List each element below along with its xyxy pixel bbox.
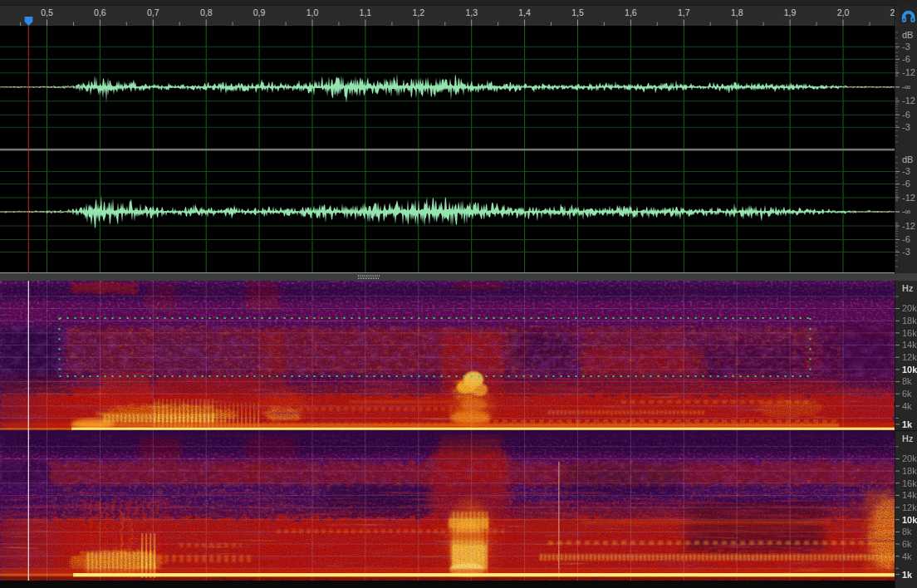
svg-text:14k: 14k (902, 490, 917, 500)
svg-text:0,6: 0,6 (94, 7, 106, 17)
svg-text:-12: -12 (902, 96, 915, 105)
svg-text:-∞: -∞ (902, 207, 910, 216)
svg-text:12k: 12k (902, 502, 917, 512)
svg-text:14k: 14k (902, 340, 917, 350)
svg-text:1,9: 1,9 (784, 7, 797, 17)
svg-text:-3: -3 (902, 247, 910, 257)
svg-text:-6: -6 (902, 54, 910, 64)
svg-text:8k: 8k (902, 376, 912, 386)
svg-text:-3: -3 (902, 42, 910, 51)
svg-text:1,0: 1,0 (306, 7, 319, 17)
svg-text:-12: -12 (902, 221, 915, 231)
svg-text:6k: 6k (902, 539, 912, 549)
svg-text:-∞: -∞ (902, 82, 910, 91)
svg-text:-6: -6 (902, 110, 910, 120)
svg-text:-12: -12 (902, 193, 915, 203)
svg-text:0,9: 0,9 (253, 7, 266, 17)
svg-text:-3: -3 (902, 122, 910, 132)
svg-text:8k: 8k (902, 527, 912, 537)
svg-text:1,8: 1,8 (731, 7, 743, 17)
svg-text:1,6: 1,6 (625, 7, 637, 17)
svg-text:16k: 16k (902, 478, 917, 488)
svg-text:1k: 1k (902, 419, 913, 429)
svg-text:0,7: 0,7 (147, 7, 159, 17)
svg-text:1k: 1k (902, 570, 913, 580)
svg-text:4k: 4k (902, 551, 912, 561)
svg-text:20k: 20k (902, 453, 917, 463)
svg-text:1,4: 1,4 (518, 7, 531, 17)
svg-text:dB: dB (902, 30, 913, 40)
svg-text:-6: -6 (902, 234, 910, 244)
svg-text:20k: 20k (902, 303, 917, 313)
svg-text:1,2: 1,2 (412, 7, 424, 17)
svg-text:0,5: 0,5 (41, 7, 53, 17)
svg-text:10k: 10k (902, 515, 917, 525)
svg-text:1,1: 1,1 (360, 7, 372, 17)
svg-text:1,3: 1,3 (465, 7, 478, 17)
svg-text:-6: -6 (902, 179, 910, 189)
svg-text:0,8: 0,8 (200, 7, 213, 17)
svg-text:dB: dB (902, 154, 913, 164)
svg-text:18k: 18k (902, 466, 917, 476)
svg-text:18k: 18k (902, 316, 917, 326)
svg-text:2,0: 2,0 (837, 7, 850, 17)
svg-text:-3: -3 (902, 166, 910, 176)
svg-text:12k: 12k (902, 352, 917, 362)
svg-text:Hz: Hz (902, 283, 914, 293)
svg-text:1,7: 1,7 (678, 7, 690, 17)
svg-text:4k: 4k (902, 401, 912, 411)
svg-text:10k: 10k (902, 365, 917, 375)
svg-text:6k: 6k (902, 389, 912, 399)
svg-text:Hz: Hz (902, 434, 914, 443)
svg-text:16k: 16k (902, 328, 917, 338)
svg-text:-12: -12 (902, 67, 915, 77)
svg-text:1,5: 1,5 (571, 7, 584, 17)
